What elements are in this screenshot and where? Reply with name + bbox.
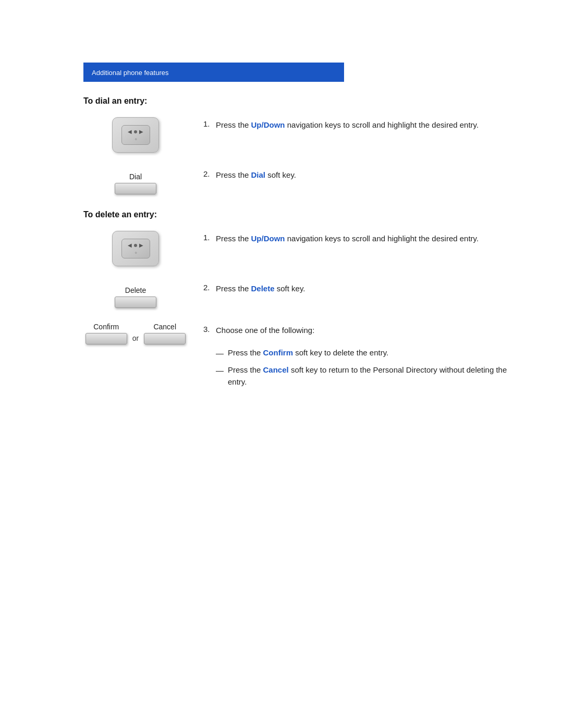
header-bar: Additional phone features xyxy=(83,63,344,82)
updown-highlight-1: Up/Down xyxy=(251,120,285,129)
section-delete: To delete an entry: ◀ ▶ xyxy=(83,210,521,393)
delete-step-number-1: 1. xyxy=(203,233,216,242)
dial-step-1-text: 1. Press the Up/Down navigation keys to … xyxy=(188,117,521,142)
nav-arrows: ◀ ▶ xyxy=(128,129,143,134)
cancel-softkey-button[interactable] xyxy=(144,333,186,344)
header-text: Additional phone features xyxy=(92,69,168,77)
navigation-key-icon: ◀ ▶ ⬦ xyxy=(112,117,159,153)
delete-nav-key-image: ◀ ▶ ⬦ xyxy=(83,231,188,266)
delete-step-3: Confirm or Cancel 3. Choos xyxy=(83,323,521,393)
dial-step-2: Dial 2. Press the Dial soft key. xyxy=(83,167,521,194)
step-number-1: 1. xyxy=(203,119,216,128)
delete-highlight: Delete xyxy=(251,284,275,293)
delete-step-3-intro: Choose one of the following: xyxy=(216,325,521,337)
dial-nav-key-image: ◀ ▶ ⬦ xyxy=(83,117,188,153)
dial-step-1-row: 1. Press the Up/Down navigation keys to … xyxy=(203,119,521,131)
left-arrow-icon-2: ◀ xyxy=(128,242,132,248)
nav-key-inner-2: ◀ ▶ ⬦ xyxy=(121,239,150,258)
delete-step-3-row: 3. Choose one of the following: xyxy=(203,325,521,337)
delete-section-title: To delete an entry: xyxy=(83,210,521,219)
confirm-softkey-button[interactable] xyxy=(85,333,127,344)
step-number-2: 2. xyxy=(203,169,216,178)
dash-icon-2: — xyxy=(216,365,224,377)
nav-center-2 xyxy=(134,243,137,248)
delete-step-2-row: 2. Press the Delete soft key. xyxy=(203,283,521,295)
delete-softkey-container: Delete xyxy=(83,281,188,308)
bullet-confirm: — Press the Confirm soft key to delete t… xyxy=(216,347,521,360)
right-arrow-icon: ▶ xyxy=(139,129,143,134)
right-arrow-icon-2: ▶ xyxy=(139,242,143,248)
dial-softkey-button[interactable] xyxy=(115,183,156,194)
confirm-cancel-container: Confirm or Cancel xyxy=(83,323,188,344)
confirm-highlight: Confirm xyxy=(263,348,293,357)
dial-step-2-content: Press the Dial soft key. xyxy=(216,169,521,181)
delete-softkey-button[interactable] xyxy=(115,297,156,308)
bullet-confirm-text: Press the Confirm soft key to delete the… xyxy=(228,347,388,359)
delete-step-2-text: 2. Press the Delete soft key. xyxy=(188,281,521,305)
dial-step-2-row: 2. Press the Dial soft key. xyxy=(203,169,521,181)
nav-center-dot-2 xyxy=(134,244,137,247)
nav-label-2: ⬦ xyxy=(134,250,137,255)
left-arrow-icon: ◀ xyxy=(128,129,132,134)
confirm-label: Confirm xyxy=(93,323,119,331)
nav-label: ⬦ xyxy=(134,136,137,141)
section-dial: To dial an entry: ◀ ▶ ⬦ xyxy=(83,96,521,194)
cancel-highlight: Cancel xyxy=(263,365,289,374)
bullet-cancel: — Press the Cancel soft key to return to… xyxy=(216,364,521,388)
dial-section-title: To dial an entry: xyxy=(83,96,521,106)
confirm-cancel-row: Confirm or Cancel xyxy=(85,323,186,344)
delete-step-1-text: 1. Press the Up/Down navigation keys to … xyxy=(188,231,521,255)
delete-step-number-2: 2. xyxy=(203,283,216,292)
nav-center-dot xyxy=(134,130,137,133)
page-container: Additional phone features To dial an ent… xyxy=(0,63,563,728)
or-text: or xyxy=(132,334,139,342)
delete-step-1-content: Press the Up/Down navigation keys to scr… xyxy=(216,233,521,245)
delete-step-2: Delete 2. Press the Delete soft key. xyxy=(83,281,521,308)
bullet-list: — Press the Confirm soft key to delete t… xyxy=(216,347,521,388)
cancel-label: Cancel xyxy=(153,323,176,331)
confirm-softkey-group: Confirm xyxy=(85,323,127,344)
delete-step-1-row: 1. Press the Up/Down navigation keys to … xyxy=(203,233,521,245)
delete-softkey-group: Delete xyxy=(115,286,156,308)
dial-step-1-content: Press the Up/Down navigation keys to scr… xyxy=(216,119,521,131)
dial-step-2-text: 2. Press the Dial soft key. xyxy=(188,167,521,192)
nav-center xyxy=(134,129,137,134)
updown-highlight-2: Up/Down xyxy=(251,234,285,243)
main-content: To dial an entry: ◀ ▶ ⬦ xyxy=(83,96,521,393)
bullet-cancel-text: Press the Cancel soft key to return to t… xyxy=(228,364,521,388)
dial-softkey-container: Dial xyxy=(83,167,188,194)
delete-step-2-content: Press the Delete soft key. xyxy=(216,283,521,295)
nav-arrows-2: ◀ ▶ xyxy=(128,242,143,248)
delete-softkey-label: Delete xyxy=(125,286,146,294)
dial-softkey-label: Dial xyxy=(129,172,142,181)
nav-key-inner: ◀ ▶ ⬦ xyxy=(121,125,150,145)
dash-icon-1: — xyxy=(216,348,224,360)
delete-step-3-text: 3. Choose one of the following: — Press … xyxy=(188,323,521,393)
delete-step-number-3: 3. xyxy=(203,325,216,334)
dial-softkey-group: Dial xyxy=(115,172,156,194)
cancel-softkey-group: Cancel xyxy=(144,323,186,344)
navigation-key-icon-2: ◀ ▶ ⬦ xyxy=(112,231,159,266)
dial-highlight: Dial xyxy=(251,170,266,179)
dial-step-1: ◀ ▶ ⬦ 1. P xyxy=(83,117,521,153)
delete-step-1: ◀ ▶ ⬦ 1. P xyxy=(83,231,521,266)
